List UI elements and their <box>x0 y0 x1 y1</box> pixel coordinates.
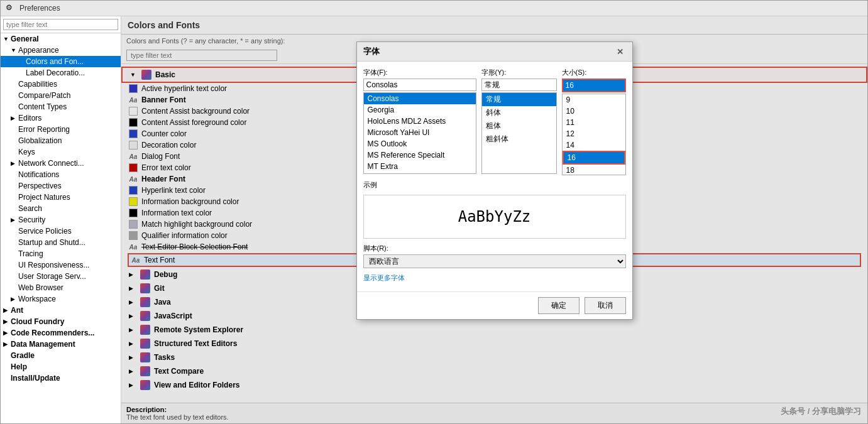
sidebar-item-keys[interactable]: Keys <box>1 146 121 158</box>
font-size-label: 大小(S): <box>562 68 626 77</box>
sidebar-item-label-compare-patch: Compare/Patch <box>18 91 70 100</box>
sidebar-item-error-reporting[interactable]: Error Reporting <box>1 124 121 135</box>
sidebar-item-cloud-foundry[interactable]: ▶Cloud Foundry <box>1 316 121 327</box>
sidebar-item-label-cloud-foundry: Cloud Foundry <box>11 317 64 326</box>
sidebar-filter-input[interactable] <box>3 19 118 30</box>
font-list-item-georgia[interactable]: Georgia <box>364 104 476 116</box>
sidebar-item-ant[interactable]: ▶Ant <box>1 305 121 316</box>
sidebar-item-user-storage-service[interactable]: User Storage Serv... <box>1 271 121 282</box>
sidebar-item-label-security: Security <box>18 215 45 224</box>
sidebar-item-compare-patch[interactable]: Compare/Patch <box>1 90 121 101</box>
style-list-item-斜体[interactable]: 斜体 <box>482 106 556 119</box>
main-content: Colors and Fonts Colors and Fonts (? = a… <box>121 16 867 423</box>
script-section: 脚本(R): 西欧语言 <box>363 244 626 268</box>
sidebar-item-label-help: Help <box>11 362 27 371</box>
font-size-input[interactable] <box>562 79 626 92</box>
sidebar-item-label-decorations[interactable]: Label Decoratio... <box>1 67 121 79</box>
size-list-item-9[interactable]: 9 <box>563 94 625 106</box>
sidebar-item-label-globalization: Globalization <box>18 136 62 145</box>
sidebar-item-label-error-reporting: Error Reporting <box>18 125 70 134</box>
sidebar-item-help[interactable]: Help <box>1 361 121 372</box>
font-name-input[interactable] <box>363 79 476 91</box>
sidebar-item-search[interactable]: Search <box>1 203 121 214</box>
sidebar-item-security[interactable]: ▶Security <box>1 214 121 226</box>
more-fonts-link[interactable]: 显示更多字体 <box>363 273 626 283</box>
sidebar-item-notifications[interactable]: Notifications <box>1 169 121 180</box>
sidebar-item-workspace[interactable]: ▶Workspace <box>1 293 121 305</box>
font-list-item-microsoft-yahei-ui[interactable]: Microsoft YaHei UI <box>364 127 476 138</box>
font-style-listbox[interactable]: 常规斜体粗体粗斜体 <box>481 92 557 174</box>
sidebar-item-web-browser[interactable]: Web Browser <box>1 282 121 293</box>
dialog-close-button[interactable]: ✕ <box>614 47 626 57</box>
sidebar-item-colors-and-fonts[interactable]: Colors and Fon... <box>1 56 121 67</box>
sidebar-item-label-service-policies: Service Policies <box>18 227 72 236</box>
sidebar-item-data-management[interactable]: ▶Data Management <box>1 339 121 350</box>
sidebar-item-network-connections[interactable]: ▶Network Connecti... <box>1 158 121 169</box>
sidebar-item-label-user-storage-service: User Storage Serv... <box>18 272 86 281</box>
sidebar-item-label-network-connections: Network Connecti... <box>18 159 84 168</box>
dialog-overlay: 字体 ✕ 字体(F): ConsolasGeorgiaHoloLens MD <box>121 16 867 423</box>
sidebar-item-code-recommenders[interactable]: ▶Code Recommenders... <box>1 327 121 339</box>
size-list-item-14[interactable]: 14 <box>563 139 625 151</box>
font-size-listbox[interactable]: 9101112141618 <box>562 94 626 175</box>
sidebar-item-content-types[interactable]: Content Types <box>1 101 121 112</box>
sidebar-item-perspectives[interactable]: Perspectives <box>1 180 121 192</box>
sidebar-filter-area <box>1 16 121 33</box>
size-list-item-16[interactable]: 16 <box>563 151 625 165</box>
sidebar-item-capabilities[interactable]: Capabilities <box>1 79 121 90</box>
sidebar-item-label-general: General <box>11 35 39 43</box>
sidebar-item-label-notifications: Notifications <box>18 170 59 179</box>
style-list-item-常规[interactable]: 常规 <box>482 93 556 106</box>
sidebar-item-project-natures[interactable]: Project Natures <box>1 192 121 203</box>
sample-section: AaBbYyZz <box>363 195 626 239</box>
script-label: 脚本(R): <box>363 244 626 253</box>
font-name-listbox[interactable]: ConsolasGeorgiaHoloLens MDL2 AssetsMicro… <box>363 92 476 174</box>
dialog-buttons: 确定 取消 <box>357 291 632 319</box>
size-list-item-10[interactable]: 10 <box>563 106 625 117</box>
sidebar-item-label-workspace: Workspace <box>18 295 56 303</box>
ok-button[interactable]: 确定 <box>538 297 580 314</box>
font-list-item-mt-extra[interactable]: MT Extra <box>364 161 476 172</box>
font-list-item-ms-reference-specialt[interactable]: MS Reference Specialt <box>364 149 476 161</box>
style-list-item-粗斜体[interactable]: 粗斜体 <box>482 133 556 146</box>
sidebar-item-label-web-browser: Web Browser <box>18 283 63 292</box>
sidebar-item-service-policies[interactable]: Service Policies <box>1 226 121 237</box>
sidebar-item-label-ant: Ant <box>11 306 23 315</box>
app-icon: ⚙ <box>6 3 16 13</box>
script-select[interactable]: 西欧语言 <box>363 254 626 268</box>
font-dialog-body: 字体(F): ConsolasGeorgiaHoloLens MDL2 Asse… <box>357 62 632 291</box>
style-list-item-粗体[interactable]: 粗体 <box>482 119 556 133</box>
font-columns: 字体(F): ConsolasGeorgiaHoloLens MDL2 Asse… <box>363 68 626 175</box>
font-list-item-ms-outlook[interactable]: MS Outlook <box>364 138 476 149</box>
font-size-column: 大小(S): 9101112141618 <box>562 68 626 175</box>
font-style-input[interactable] <box>481 79 557 91</box>
sidebar-item-label-label-decorations: Label Decoratio... <box>26 68 85 77</box>
sidebar-item-tracing[interactable]: Tracing <box>1 248 121 259</box>
watermark: 头条号 / 分享电脑学习 <box>781 406 861 417</box>
font-dialog-titlebar: 字体 ✕ <box>357 42 632 62</box>
font-name-column: 字体(F): ConsolasGeorgiaHoloLens MDL2 Asse… <box>363 68 476 175</box>
sidebar-item-globalization[interactable]: Globalization <box>1 135 121 146</box>
sidebar-item-ui-responsiveness[interactable]: UI Responsiveness... <box>1 259 121 271</box>
sidebar-item-label-install-update: Install/Update <box>11 374 60 383</box>
sidebar-item-label-code-recommenders: Code Recommenders... <box>11 329 94 337</box>
font-style-column: 字形(Y): 常规斜体粗体粗斜体 <box>481 68 557 175</box>
size-list-item-11[interactable]: 11 <box>563 117 625 128</box>
sample-text: AaBbYyZz <box>458 208 531 226</box>
sidebar-item-appearance[interactable]: ▼Appearance <box>1 45 121 56</box>
sidebar-item-label-content-types: Content Types <box>18 102 67 111</box>
sidebar-item-editors[interactable]: ▶Editors <box>1 112 121 124</box>
sidebar-item-label-ui-responsiveness: UI Responsiveness... <box>18 261 89 269</box>
sidebar-item-label-editors: Editors <box>18 114 41 122</box>
sidebar-item-gradle[interactable]: Gradle <box>1 350 121 361</box>
font-list-item-hololens-mdl2-assets[interactable]: HoloLens MDL2 Assets <box>364 116 476 127</box>
size-list-item-12[interactable]: 12 <box>563 128 625 139</box>
font-name-label: 字体(F): <box>363 68 476 77</box>
size-list-item-18[interactable]: 18 <box>563 165 625 175</box>
cancel-button[interactable]: 取消 <box>585 297 626 314</box>
window-title: Preferences <box>19 4 60 13</box>
sidebar-item-startup-and-shutdown[interactable]: Startup and Shutd... <box>1 237 121 248</box>
font-list-item-consolas[interactable]: Consolas <box>364 93 476 104</box>
sidebar-item-general[interactable]: ▼General <box>1 33 121 45</box>
sidebar-item-install-update[interactable]: Install/Update <box>1 372 121 384</box>
